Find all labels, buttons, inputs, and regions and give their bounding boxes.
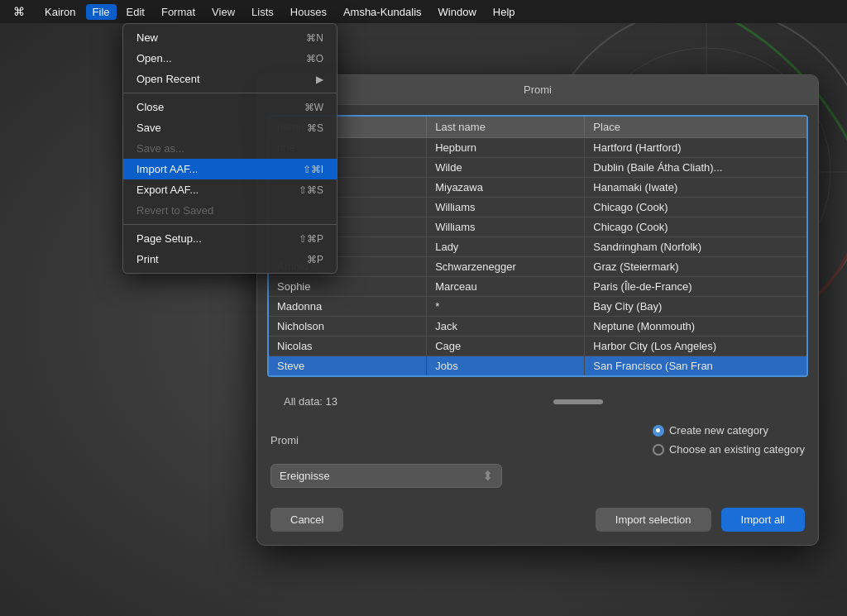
cell: Hartford (Hartford) bbox=[585, 138, 806, 157]
table-row[interactable]: Williams Chicago (Cook) bbox=[269, 198, 806, 217]
cell: Dublin (Baile Átha Cliath)... bbox=[585, 158, 806, 177]
cell: Schwarzenegger bbox=[427, 257, 585, 276]
dialog-title: Promi bbox=[257, 75, 818, 105]
table-row[interactable]: Williams Chicago (Cook) bbox=[269, 217, 806, 237]
cell: Cage bbox=[427, 337, 585, 356]
cell: Chicago (Cook) bbox=[585, 198, 806, 217]
table-row[interactable]: Wilde Dublin (Baile Átha Cliath)... bbox=[269, 158, 806, 178]
menu-revert: Revert to Saved bbox=[123, 200, 337, 221]
menubar-amsha[interactable]: Amsha-Kundalis bbox=[337, 4, 428, 20]
cell: Steve bbox=[269, 356, 427, 375]
cell: Miyazawa bbox=[427, 178, 585, 197]
menu-save[interactable]: Save ⌘S bbox=[123, 117, 337, 138]
table-row[interactable]: Steve Jobs San Francisco (San Fran bbox=[269, 356, 806, 375]
menubar-houses[interactable]: Houses bbox=[284, 4, 333, 20]
cell: Chicago (Cook) bbox=[585, 217, 806, 236]
options-row-1: Promi Create new category Choose an exis… bbox=[270, 424, 805, 456]
table-row[interactable]: Arnold Schwarzenegger Graz (Steiermark) bbox=[269, 257, 806, 277]
cell: * bbox=[427, 297, 585, 316]
cell: Sophie bbox=[269, 277, 427, 296]
cell: Bay City (Bay) bbox=[585, 297, 806, 316]
table-row[interactable]: Lady Sandringham (Norfolk) bbox=[269, 237, 806, 257]
radio-group: Create new category Choose an existing c… bbox=[653, 424, 805, 456]
apple-menu[interactable]: ⌘ bbox=[7, 3, 31, 20]
category-label: Promi bbox=[270, 434, 337, 446]
menubar: ⌘ Kairon File Edit Format View Lists Hou… bbox=[0, 0, 847, 23]
col-place: Place bbox=[585, 117, 806, 137]
cell: Graz (Steiermark) bbox=[585, 257, 806, 276]
cancel-button[interactable]: Cancel bbox=[270, 508, 343, 532]
cell: Hanamaki (Iwate) bbox=[585, 178, 806, 197]
menubar-help[interactable]: Help bbox=[486, 4, 522, 20]
import-selection-button[interactable]: Import selection bbox=[596, 508, 711, 532]
menubar-edit[interactable]: Edit bbox=[120, 4, 151, 20]
col-lastname: Last name bbox=[427, 117, 585, 137]
radio-create-new-label: Create new category bbox=[669, 424, 768, 437]
cell: Williams bbox=[427, 198, 585, 217]
file-dropdown-menu: New ⌘N Open... ⌘O Open Recent ▶ Close ⌘W… bbox=[122, 23, 337, 274]
options-section: Promi Create new category Choose an exis… bbox=[257, 416, 818, 496]
cell: Jobs bbox=[427, 356, 585, 375]
menubar-file[interactable]: File bbox=[86, 4, 117, 20]
menu-print[interactable]: Print ⌘P bbox=[123, 249, 337, 270]
dropdown-stepper-icon[interactable]: ⬍ bbox=[482, 468, 493, 484]
data-count-label: All data: 13 bbox=[270, 390, 351, 413]
radio-existing-circle[interactable] bbox=[653, 444, 664, 456]
cell: Harbor City (Los Angeles) bbox=[585, 337, 806, 356]
radio-create-new[interactable]: Create new category bbox=[653, 424, 805, 437]
category-dropdown[interactable]: Ereignisse ⬍ bbox=[270, 464, 502, 488]
cell: Marceau bbox=[427, 277, 585, 296]
separator-1 bbox=[123, 93, 337, 93]
menu-save-as: Save as... bbox=[123, 138, 337, 159]
buttons-row: Cancel Import selection Import all bbox=[257, 496, 818, 545]
radio-create-new-circle[interactable] bbox=[653, 425, 664, 437]
import-all-button[interactable]: Import all bbox=[721, 508, 805, 532]
cell: Lady bbox=[427, 237, 585, 256]
separator-2 bbox=[123, 224, 337, 225]
cell: Nicolas bbox=[269, 337, 427, 356]
table-row[interactable]: Madonna * Bay City (Bay) bbox=[269, 297, 806, 317]
data-table[interactable]: name Last name Place rine Hepburn Hartfo… bbox=[267, 115, 808, 377]
scroll-indicator bbox=[553, 399, 603, 404]
menubar-format[interactable]: Format bbox=[155, 4, 202, 20]
cell: Madonna bbox=[269, 297, 427, 316]
cell: Nicholson bbox=[269, 317, 427, 336]
radio-existing-label: Choose an existing category bbox=[669, 443, 805, 456]
cell: Jack bbox=[427, 317, 585, 336]
menubar-lists[interactable]: Lists bbox=[245, 4, 280, 20]
menu-export-aaf[interactable]: Export AAF... ⇧⌘S bbox=[123, 179, 337, 200]
cell: Sandringham (Norfolk) bbox=[585, 237, 806, 256]
menu-open[interactable]: Open... ⌘O bbox=[123, 48, 337, 69]
cell: Hepburn bbox=[427, 138, 585, 157]
table-body[interactable]: rine Hepburn Hartford (Hartford) Wilde D… bbox=[269, 138, 806, 375]
menu-page-setup[interactable]: Page Setup... ⇧⌘P bbox=[123, 228, 337, 249]
menubar-kairon[interactable]: Kairon bbox=[38, 4, 83, 20]
dropdown-value: Ereignisse bbox=[280, 470, 330, 482]
table-row[interactable]: Sophie Marceau Paris (Île-de-France) bbox=[269, 277, 806, 297]
cell: Neptune (Monmouth) bbox=[585, 317, 806, 336]
table-row[interactable]: Miyazawa Hanamaki (Iwate) bbox=[269, 178, 806, 198]
cell: Wilde bbox=[427, 158, 585, 177]
cell: Paris (Île-de-France) bbox=[585, 277, 806, 296]
menubar-window[interactable]: Window bbox=[432, 4, 483, 20]
menu-open-recent[interactable]: Open Recent ▶ bbox=[123, 69, 337, 89]
cell: San Francisco (San Fran bbox=[585, 356, 806, 375]
menu-import-aaf[interactable]: Import AAF... ⇧⌘I bbox=[123, 159, 337, 179]
table-header: name Last name Place bbox=[269, 117, 806, 138]
menu-close[interactable]: Close ⌘W bbox=[123, 97, 337, 117]
table-row[interactable]: Nicholson Jack Neptune (Monmouth) bbox=[269, 317, 806, 337]
menubar-view[interactable]: View bbox=[205, 4, 242, 20]
cell: Williams bbox=[427, 217, 585, 236]
import-dialog: Promi name Last name Place rine Hepburn … bbox=[256, 74, 819, 546]
table-row[interactable]: rine Hepburn Hartford (Hartford) bbox=[269, 138, 806, 158]
options-row-2: Ereignisse ⬍ bbox=[270, 464, 805, 488]
menu-new[interactable]: New ⌘N bbox=[123, 27, 337, 48]
radio-existing[interactable]: Choose an existing category bbox=[653, 443, 805, 456]
table-row[interactable]: Nicolas Cage Harbor City (Los Angeles) bbox=[269, 337, 806, 356]
